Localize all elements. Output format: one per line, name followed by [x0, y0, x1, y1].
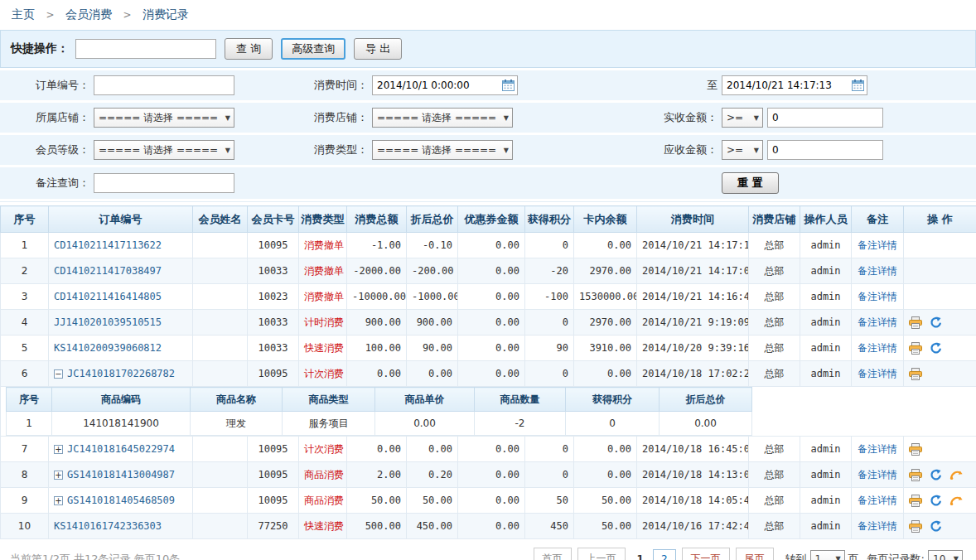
remark-detail-link[interactable]: 备注详情: [858, 265, 897, 277]
order-number-link[interactable]: GS1410181413004987: [67, 469, 175, 480]
receivable-amount-op-select[interactable]: >= ▼: [722, 140, 763, 160]
owner-shop-select[interactable]: ===== 请选择 ===== ▼: [94, 108, 234, 128]
discounted-amount-cell: -200.00: [407, 258, 458, 284]
print-icon[interactable]: [909, 495, 922, 507]
print-icon[interactable]: [909, 443, 922, 456]
next-page-button[interactable]: 下一页: [682, 548, 730, 560]
revoke-icon[interactable]: [930, 316, 942, 329]
member-level-label: 会员等级：: [0, 142, 89, 157]
revoke-icon[interactable]: [930, 469, 942, 481]
order-number-link[interactable]: GS1410181405468509: [67, 495, 175, 506]
order-number-link[interactable]: CD1410211417038497: [54, 265, 162, 277]
breadcrumb: 主页 > 会员消费 > 消费记录: [0, 0, 976, 30]
consume-time-from-input[interactable]: [372, 75, 518, 95]
quick-search-input[interactable]: [75, 39, 216, 59]
order-number-link[interactable]: JC1410181702268782: [67, 368, 175, 379]
order-number-link[interactable]: JC1410181645022974: [67, 443, 175, 455]
order-no-label: 订单编号：: [0, 78, 89, 93]
subtable-column-header: 商品单价: [375, 388, 475, 412]
coupon-amount-cell: 0.00: [458, 258, 525, 284]
reset-button[interactable]: 重 置: [722, 172, 779, 194]
per-page-select[interactable]: 10 ▼: [928, 550, 963, 560]
expand-toggle-icon[interactable]: +: [54, 471, 63, 480]
remark-query-input[interactable]: [94, 173, 234, 193]
expand-toggle-icon[interactable]: +: [54, 496, 63, 505]
breadcrumb-home[interactable]: 主页: [12, 7, 35, 21]
consume-type-cell: 消费撤单: [299, 284, 347, 310]
goto-page-select[interactable]: 1 ▼: [810, 550, 845, 560]
expand-toggle-icon[interactable]: +: [54, 445, 63, 454]
print-icon[interactable]: [909, 368, 922, 380]
order-number-cell: JJ1410201039510515: [49, 310, 193, 336]
table-row: 4JJ141020103951051510033计时消费900.00900.00…: [1, 310, 976, 336]
order-no-input[interactable]: [94, 75, 234, 95]
remark-detail-link[interactable]: 备注详情: [858, 469, 897, 480]
discounted-amount-cell: 0.00: [407, 437, 458, 462]
revoke-icon[interactable]: [930, 495, 942, 507]
order-number-link[interactable]: CD1410211417113622: [54, 239, 162, 251]
card-number-cell: 10033: [248, 336, 299, 361]
collapse-toggle-icon[interactable]: −: [54, 369, 63, 379]
first-page-button[interactable]: 首页: [534, 548, 572, 560]
calendar-icon[interactable]: [852, 80, 864, 91]
order-item-cell: -2: [475, 412, 566, 436]
remark-detail-link[interactable]: 备注详情: [858, 495, 897, 506]
refund-icon[interactable]: [949, 495, 963, 506]
member-name-cell: [193, 437, 248, 462]
row-index-cell: 9: [1, 488, 49, 514]
revoke-icon[interactable]: [930, 520, 942, 533]
order-number-link[interactable]: CD1410211416414805: [54, 291, 162, 302]
remark-detail-link[interactable]: 备注详情: [858, 368, 897, 379]
points-cell: 0: [525, 310, 574, 336]
remark-detail-link[interactable]: 备注详情: [858, 342, 897, 354]
prev-page-button[interactable]: 上一页: [577, 548, 626, 560]
refund-icon[interactable]: [949, 469, 963, 480]
revoke-icon[interactable]: [930, 342, 942, 355]
row-index-cell: 7: [1, 437, 49, 462]
paid-amount-input[interactable]: [767, 108, 883, 128]
receivable-amount-input[interactable]: [767, 140, 883, 160]
remark-detail-link[interactable]: 备注详情: [858, 520, 897, 532]
remark-detail-link[interactable]: 备注详情: [858, 291, 897, 302]
remark-cell: 备注详情: [852, 284, 904, 310]
remark-detail-link[interactable]: 备注详情: [858, 239, 897, 251]
remark-detail-link[interactable]: 备注详情: [858, 316, 897, 328]
export-button[interactable]: 导 出: [354, 38, 402, 60]
page-number-link[interactable]: 2: [653, 549, 676, 560]
order-number-link[interactable]: KS1410161742336303: [54, 520, 162, 532]
operator-cell: admin: [800, 258, 852, 284]
consume-type-cell: 快速消费: [299, 336, 347, 361]
remark-detail-link[interactable]: 备注详情: [858, 443, 897, 455]
print-icon[interactable]: [909, 316, 922, 329]
calendar-icon[interactable]: [502, 80, 515, 91]
last-page-button[interactable]: 尾页: [736, 548, 774, 560]
paid-amount-op-select[interactable]: >= ▼: [722, 108, 763, 128]
print-icon[interactable]: [909, 469, 922, 481]
member-level-select[interactable]: ===== 请选择 ===== ▼: [94, 140, 234, 160]
subtable-column-header: 折后总价: [660, 388, 752, 412]
order-number-link[interactable]: KS1410200939060812: [54, 342, 162, 354]
discounted-amount-cell: 0.20: [407, 462, 458, 488]
consume-type-select[interactable]: ===== 请选择 ===== ▼: [372, 140, 513, 160]
selected-value: 1: [815, 553, 822, 560]
consume-shop-select[interactable]: ===== 请选择 ===== ▼: [372, 108, 513, 128]
card-number-cell: 10095: [248, 462, 299, 488]
consume-time-cell: 2014/10/18 17:02:26: [637, 361, 749, 387]
shop-cell: 总部: [749, 258, 800, 284]
discounted-amount-cell: -0.10: [407, 233, 458, 258]
actions-cell: [904, 361, 976, 387]
order-number-link[interactable]: JJ1410201039510515: [54, 316, 162, 328]
consume-time-to-input[interactable]: [722, 75, 867, 95]
query-button[interactable]: 查 询: [225, 38, 273, 60]
balance-cell: 2970.00: [574, 310, 637, 336]
consume-type-cell: 快速消费: [299, 514, 347, 539]
subtable-column-header: 商品类型: [283, 388, 375, 412]
subtable-column-header: 获得积分: [566, 388, 660, 412]
advanced-query-button[interactable]: 高级查询: [281, 38, 345, 60]
print-icon[interactable]: [909, 520, 922, 533]
points-cell: -100: [525, 284, 574, 310]
column-header: 消费店铺: [749, 206, 800, 233]
breadcrumb-member-consume[interactable]: 会员消费: [65, 7, 112, 21]
column-header: 优惠券金额: [458, 206, 525, 233]
print-icon[interactable]: [909, 342, 922, 355]
